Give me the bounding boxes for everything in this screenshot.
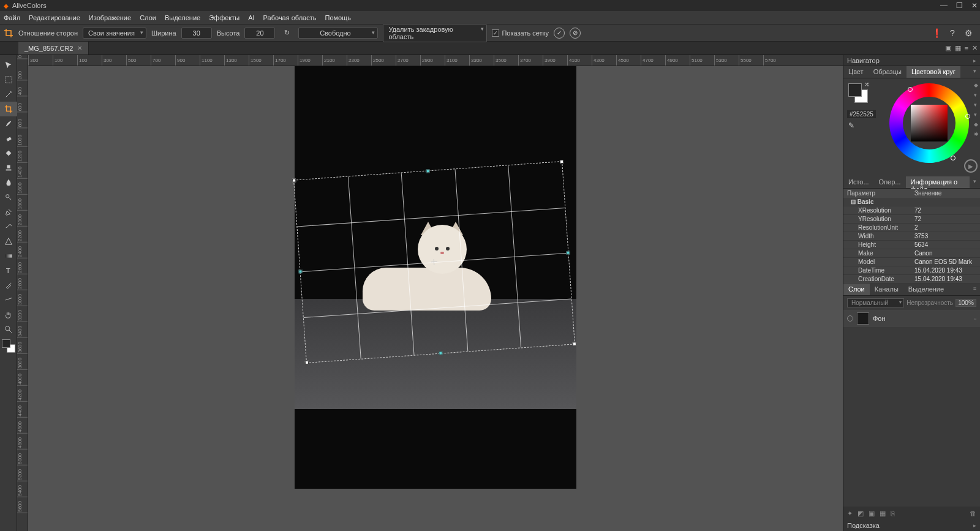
canvas[interactable] <box>28 66 843 531</box>
navigator-header[interactable]: Навигатор ▸ <box>843 55 980 66</box>
crop-handle-br[interactable] <box>573 342 576 345</box>
layer-tab[interactable]: Каналы <box>870 284 903 295</box>
hand-tool[interactable] <box>0 307 17 322</box>
menu-помощь[interactable]: Помощь <box>325 14 351 21</box>
notification-icon[interactable]: ❗ <box>931 28 942 39</box>
info-tab[interactable]: Исто... <box>843 176 874 188</box>
hint-expand-icon[interactable]: ▸ <box>973 522 976 529</box>
opacity-input[interactable]: 100% <box>956 299 976 307</box>
menu-слои[interactable]: Слои <box>140 14 156 21</box>
color-tab[interactable]: Цветовой круг <box>907 66 960 78</box>
wheel-marker-1[interactable] <box>908 87 913 92</box>
crop-handle-l[interactable] <box>298 269 302 273</box>
crop-bounding-box[interactable] <box>293 161 575 363</box>
eraser-tool[interactable] <box>0 131 17 146</box>
slider-icon[interactable]: ◆ <box>974 121 979 126</box>
crop-handle-bl[interactable] <box>305 361 309 364</box>
layer-visibility-icon[interactable] <box>847 315 853 322</box>
settings-icon[interactable]: ⚙ <box>963 28 974 39</box>
layer-mask-icon[interactable]: ◩ <box>858 510 864 518</box>
text-tool[interactable]: T <box>0 263 17 278</box>
layer-delete-icon[interactable]: 🗑 <box>970 510 976 517</box>
layer-copy-icon[interactable]: ⎘ <box>891 510 895 517</box>
slider-icon[interactable]: ▾ <box>974 111 979 116</box>
crop-handle-tr[interactable] <box>560 160 564 164</box>
slider-icon[interactable]: ◆ <box>974 82 979 87</box>
swap-colors-icon[interactable]: ⤭ <box>864 81 869 88</box>
hex-value[interactable]: #252525 <box>847 110 876 118</box>
tab-view-icon-4[interactable]: ✕ <box>972 44 978 52</box>
fg-color-swatch[interactable] <box>848 83 862 97</box>
minimize-button[interactable]: — <box>940 1 948 10</box>
move-tool[interactable] <box>0 58 17 72</box>
wheel-marker-3[interactable] <box>951 156 956 160</box>
dodge-tool[interactable] <box>0 190 17 205</box>
layer-row[interactable]: Фон▫ <box>843 310 980 327</box>
layer-tab[interactable]: Выделение <box>903 284 949 295</box>
info-tab[interactable]: Информация о файл <box>906 176 970 188</box>
info-group[interactable]: ⊟ Basic <box>843 198 980 206</box>
blur-tool[interactable] <box>0 175 17 190</box>
layer-folder-icon[interactable]: ▣ <box>869 510 875 518</box>
crop-handle-tl[interactable] <box>292 178 296 182</box>
layer-tab[interactable]: Слои <box>843 284 870 295</box>
menu-эффекты[interactable]: Эффекты <box>209 14 239 21</box>
layer-lock-icon[interactable]: ▫ <box>974 315 976 322</box>
document-tab[interactable]: _MG_8567.CR2 ✕ <box>18 42 89 55</box>
close-button[interactable]: ✕ <box>971 1 978 10</box>
menu-рабочая область[interactable]: Рабочая область <box>263 14 317 21</box>
wand-tool[interactable] <box>0 87 17 102</box>
blend-mode-dropdown[interactable]: Нормальный <box>847 298 904 307</box>
color-tab[interactable]: Цвет <box>843 66 869 78</box>
cancel-button[interactable]: ⊘ <box>570 28 581 39</box>
delete-outside-dropdown[interactable]: Удалить закадровую область <box>383 24 487 42</box>
crop-mode-dropdown[interactable]: Свободно <box>298 28 378 39</box>
foreground-swatch[interactable] <box>2 339 10 348</box>
color-square[interactable] <box>911 105 948 141</box>
eyedropper-icon[interactable]: ✎ <box>848 121 854 130</box>
menu-ai[interactable]: AI <box>248 14 254 21</box>
zoom-tool[interactable] <box>0 322 17 337</box>
color-swatch-pair[interactable] <box>848 83 862 97</box>
height-input[interactable]: 20 <box>244 28 275 39</box>
panel-menu-icon[interactable]: ▾ <box>970 66 980 78</box>
wheel-marker-2[interactable] <box>965 114 970 119</box>
width-input[interactable]: 30 <box>181 28 212 39</box>
play-button[interactable]: ▶ <box>964 159 978 173</box>
apply-button[interactable]: ✓ <box>554 28 565 39</box>
panel-menu-icon[interactable]: ▾ <box>970 176 980 188</box>
show-grid-checkbox[interactable]: ✓ Показать сетку <box>492 29 549 37</box>
menu-изображение[interactable]: Изображение <box>89 14 131 21</box>
shape-tool[interactable] <box>0 234 17 249</box>
slider-icon[interactable]: ▾ <box>974 102 979 107</box>
gradient-tool[interactable] <box>0 249 17 263</box>
info-tab[interactable]: Опер... <box>874 176 906 188</box>
smudge-tool[interactable] <box>0 219 17 234</box>
tab-view-icon-3[interactable]: ≡ <box>965 45 968 52</box>
brush-tool[interactable] <box>0 116 17 131</box>
menu-выделение[interactable]: Выделение <box>165 14 200 21</box>
stamp-tool[interactable] <box>0 160 17 175</box>
layer-fx-icon[interactable]: ✦ <box>847 510 853 518</box>
crop-tool[interactable] <box>0 102 17 116</box>
color-swatches[interactable] <box>2 339 15 353</box>
eyedropper-tool[interactable] <box>0 278 17 293</box>
navigator-expand-icon[interactable]: ▸ <box>973 58 976 64</box>
menu-редактирование[interactable]: Редактирование <box>29 14 80 21</box>
layer-new-icon[interactable]: ▦ <box>880 510 886 518</box>
tab-view-icon-2[interactable]: ▦ <box>955 44 961 52</box>
crop-handle-r[interactable] <box>566 251 570 255</box>
maximize-button[interactable]: ❐ <box>956 1 963 10</box>
menu-файл[interactable]: Файл <box>4 14 20 21</box>
help-icon[interactable]: ? <box>947 28 958 39</box>
color-wheel[interactable] <box>889 83 969 163</box>
selection-tool[interactable] <box>0 72 17 87</box>
panel-menu-icon[interactable]: ≡ <box>970 284 980 295</box>
tab-close-icon[interactable]: ✕ <box>77 45 82 51</box>
slider-icon[interactable]: ✱ <box>974 131 979 136</box>
tab-view-icon-1[interactable]: ▣ <box>945 44 951 52</box>
crop-handle-t[interactable] <box>426 169 429 173</box>
slider-icon[interactable]: ▾ <box>974 92 979 97</box>
pen-tool[interactable] <box>0 205 17 219</box>
measure-tool[interactable] <box>0 293 17 307</box>
